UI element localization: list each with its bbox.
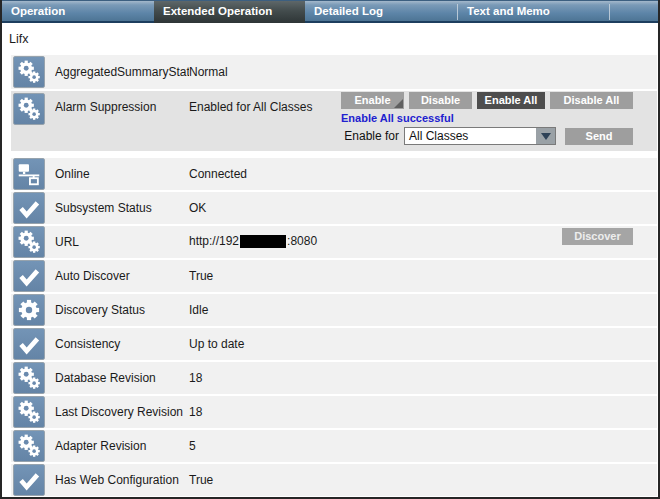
property-value: 18 [189, 405, 202, 419]
alarm-suppression-controls: EnableDisableEnable AllDisable AllEnable… [341, 92, 633, 145]
property-row-database-revision: Database Revision18 [11, 362, 657, 394]
property-label: URL [55, 235, 189, 249]
disable-all-button[interactable]: Disable All [550, 92, 633, 109]
tab-detailed-log[interactable]: Detailed Log [305, 1, 457, 23]
property-row-has-web-configuration: Has Web ConfigurationTrue [11, 464, 657, 496]
gears-icon [15, 398, 43, 426]
network-icon [15, 160, 43, 188]
property-label: Last Discovery Revision [55, 405, 189, 419]
enable-all-button[interactable]: Enable All [477, 92, 545, 109]
property-value: True [189, 269, 213, 283]
property-row-adapter-revision: Adapter Revision5 [11, 430, 657, 462]
dropdown-arrow-icon[interactable] [535, 128, 555, 144]
row-icon-button[interactable] [13, 328, 45, 360]
enable-for-label: Enable for [344, 129, 399, 143]
row-icon-button[interactable] [13, 56, 45, 88]
panel-content: Lifx AggregatedSummaryStatusNormalAlarm … [2, 23, 658, 496]
property-value: OK [189, 201, 206, 215]
row-icon-button[interactable] [13, 93, 45, 125]
property-label: Adapter Revision [55, 439, 189, 453]
status-message: Enable All successful [341, 112, 633, 124]
property-value: Enabled for All Classes [189, 91, 312, 114]
property-label: Database Revision [55, 371, 189, 385]
tab-separator [609, 4, 610, 20]
extended-operation-panel: OperationExtended OperationDetailed LogT… [0, 0, 660, 499]
property-label: Auto Discover [55, 269, 189, 283]
redacted-ip [240, 235, 286, 248]
tab-operation[interactable]: Operation [2, 1, 154, 23]
enable-for-row: Enable forAll ClassesSend [341, 127, 633, 145]
row-icon-button[interactable] [13, 226, 45, 258]
property-label: Consistency [55, 337, 189, 351]
tab-extended-operation[interactable]: Extended Operation [154, 1, 305, 23]
property-value: http://192:8080 [189, 234, 317, 249]
check-icon [15, 262, 43, 290]
gears-icon [15, 364, 43, 392]
gears-icon [15, 58, 43, 86]
property-label: Discovery Status [55, 303, 189, 317]
row-icon-button[interactable] [13, 158, 45, 190]
row-icon-button[interactable] [13, 464, 45, 496]
check-icon [15, 194, 43, 222]
property-row-url: URLhttp://192:8080Discover [11, 226, 657, 258]
check-icon [15, 466, 43, 494]
row-icon-button[interactable] [13, 260, 45, 292]
property-value: Idle [189, 303, 208, 317]
property-label: AggregatedSummaryStatus [55, 65, 189, 79]
page-title: Lifx [9, 32, 658, 46]
property-value: True [189, 473, 213, 487]
row-icon-button[interactable] [13, 294, 45, 326]
send-button[interactable]: Send [565, 128, 633, 145]
property-label: Alarm Suppression [55, 91, 189, 114]
row-icon-button[interactable] [13, 430, 45, 462]
property-value: 5 [189, 439, 196, 453]
disable-button[interactable]: Disable [409, 92, 472, 109]
property-row-auto-discover: Auto DiscoverTrue [11, 260, 657, 292]
enable-button[interactable]: Enable [341, 92, 404, 109]
property-row-last-discovery-revision: Last Discovery Revision18 [11, 396, 657, 428]
row-icon-button[interactable] [13, 362, 45, 394]
property-row-alarm-suppression: Alarm SuppressionEnabled for All Classes… [11, 91, 657, 151]
gear-icon [15, 296, 43, 324]
property-label: Has Web Configuration [55, 473, 189, 487]
check-icon [15, 330, 43, 358]
class-select-value: All Classes [405, 128, 535, 144]
property-value: Normal [189, 65, 228, 79]
url-suffix: :8080 [287, 234, 317, 248]
property-row-online: OnlineConnected [11, 158, 657, 190]
gears-icon [15, 95, 43, 123]
property-row-discovery-status: Discovery StatusIdle [11, 294, 657, 326]
property-row-aggregatedsummarystatus: AggregatedSummaryStatusNormal [11, 55, 657, 89]
property-rows: AggregatedSummaryStatusNormalAlarm Suppr… [11, 55, 657, 496]
property-value: Up to date [189, 337, 244, 351]
property-label: Subsystem Status [55, 201, 189, 215]
tab-text-and-memo[interactable]: Text and Memo [458, 1, 609, 23]
property-row-consistency: ConsistencyUp to date [11, 328, 657, 360]
row-icon-button[interactable] [13, 192, 45, 224]
gears-icon [15, 432, 43, 460]
property-value: 18 [189, 371, 202, 385]
property-label: Online [55, 167, 189, 181]
gears-icon [15, 228, 43, 256]
alarm-button-row: EnableDisableEnable AllDisable All [341, 92, 633, 109]
property-value: Connected [189, 167, 247, 181]
row-icon-button[interactable] [13, 396, 45, 428]
property-row-subsystem-status: Subsystem StatusOK [11, 192, 657, 224]
discover-button[interactable]: Discover [562, 228, 633, 245]
tab-separator [457, 4, 458, 20]
class-select[interactable]: All Classes [404, 127, 556, 145]
tab-bar: OperationExtended OperationDetailed LogT… [2, 0, 658, 23]
url-prefix: http://192 [189, 234, 239, 248]
